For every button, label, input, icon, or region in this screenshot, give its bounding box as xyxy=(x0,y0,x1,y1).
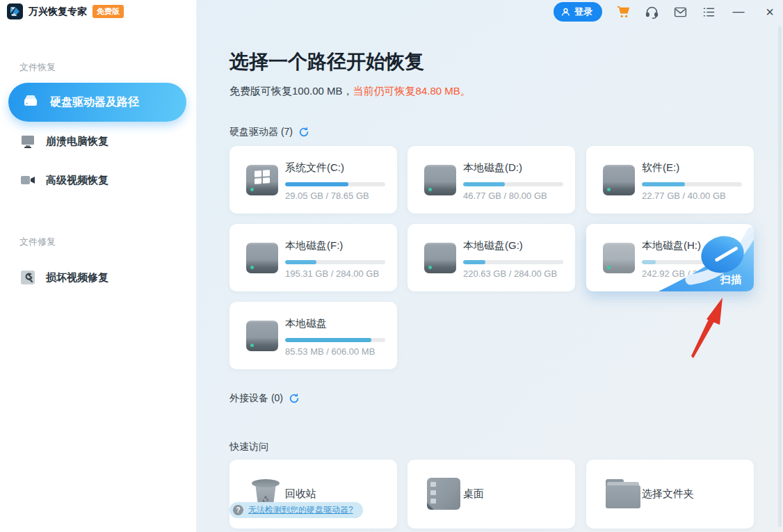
sidebar-item-crashed-pc[interactable]: 崩溃电脑恢复 xyxy=(19,133,108,150)
hard-drives-section-header: 硬盘驱动器 (7) xyxy=(229,126,309,138)
hard-disk-icon xyxy=(246,243,278,273)
red-arrow-annotation xyxy=(684,289,739,362)
sidebar-item-label: 崩溃电脑恢复 xyxy=(46,135,108,148)
hard-disk-icon xyxy=(246,321,278,351)
video-camera-icon xyxy=(19,172,36,188)
drive-card-h[interactable]: 本地磁盘(H:) 242.92 GB / 28 xyxy=(586,224,754,291)
quick-access-section-header: 快速访问 xyxy=(229,441,268,453)
scan-button[interactable]: 扫描 xyxy=(720,273,741,287)
app-title: 万兴恢复专家 xyxy=(29,6,87,18)
quota-total-text: 免费版可恢复100.00 MB， xyxy=(229,85,353,97)
drive-name: 软件(E:) xyxy=(642,161,679,175)
refresh-icon[interactable] xyxy=(289,393,300,404)
monitor-icon xyxy=(19,133,36,150)
question-icon: ? xyxy=(233,505,243,515)
quick-access-select-folder[interactable]: 选择文件夹 xyxy=(586,460,754,529)
scrollbar[interactable] xyxy=(778,26,782,527)
main-content: 选择一个路径开始恢复 免费版可恢复100.00 MB，当前仍可恢复84.80 M… xyxy=(197,0,783,532)
capacity-text: 22.77 GB / 40.00 GB xyxy=(642,191,726,201)
sidebar-section-file-recovery: 文件恢复 xyxy=(19,61,56,74)
capacity-text: 195.31 GB / 284.00 GB xyxy=(285,268,379,279)
drive-card-e[interactable]: 软件(E:) 22.77 GB / 40.00 GB xyxy=(586,146,754,213)
quick-access-recycle-bin[interactable]: 回收站 xyxy=(229,460,397,529)
app-logo-icon xyxy=(7,3,23,19)
free-version-badge: 免费版 xyxy=(92,5,124,18)
drive-card-g[interactable]: 本地磁盘(G:) 220.63 GB / 284.00 GB xyxy=(407,224,575,291)
drive-name: 本地磁盘(D:) xyxy=(463,161,522,175)
capacity-text: 85.53 MB / 606.00 MB xyxy=(285,346,375,357)
refresh-icon[interactable] xyxy=(298,127,309,138)
drive-name: 本地磁盘 xyxy=(285,317,327,330)
sidebar-item-video-repair[interactable]: 损坏视频修复 xyxy=(19,269,108,286)
drive-card-c[interactable]: 系统文件(C:) 29.05 GB / 78.65 GB xyxy=(229,146,397,213)
capacity-text: 29.05 GB / 78.65 GB xyxy=(285,191,369,201)
capacity-text: 46.77 GB / 80.00 GB xyxy=(463,191,547,201)
drive-name: 本地磁盘(F:) xyxy=(285,239,343,252)
app-logo-row: 万兴恢复专家 免费版 xyxy=(7,3,124,19)
drive-card-local[interactable]: 本地磁盘 85.53 MB / 606.00 MB xyxy=(229,302,397,369)
drive-name: 本地磁盘(G:) xyxy=(463,239,523,252)
capacity-bar xyxy=(285,182,385,186)
drive-card-d[interactable]: 本地磁盘(D:) 46.77 GB / 80.00 GB xyxy=(407,146,575,213)
capacity-text: 220.63 GB / 284.00 GB xyxy=(463,268,557,279)
capacity-bar xyxy=(285,338,385,342)
hard-disk-icon xyxy=(246,165,278,195)
capacity-bar xyxy=(642,182,742,186)
cant-detect-drive-link[interactable]: 无法检测到您的硬盘驱动器? xyxy=(248,504,353,516)
sidebar-item-advanced-video[interactable]: 高级视频恢复 xyxy=(19,172,108,188)
quick-access-label: 回收站 xyxy=(285,487,316,501)
help-tooltip: ? 无法检测到您的硬盘驱动器? xyxy=(229,502,363,518)
sidebar-item-label: 硬盘驱动器及路径 xyxy=(50,95,139,110)
windows-logo-icon xyxy=(255,170,270,184)
page-title: 选择一个路径开始恢复 xyxy=(229,49,424,75)
wrench-icon xyxy=(19,269,36,286)
quick-access-label: 选择文件夹 xyxy=(642,487,694,501)
sidebar-item-label: 损坏视频修复 xyxy=(46,271,108,284)
hard-disk-icon xyxy=(424,165,456,195)
folder-icon xyxy=(606,479,640,508)
quick-access-label: 桌面 xyxy=(463,487,484,501)
sidebar-item-label: 高级视频恢复 xyxy=(46,174,108,187)
desktop-icon xyxy=(427,478,460,510)
page-subtitle: 免费版可恢复100.00 MB，当前仍可恢复84.80 MB。 xyxy=(229,85,471,98)
external-devices-section-header: 外接设备 (0) xyxy=(229,392,300,405)
capacity-bar xyxy=(285,260,385,264)
capacity-bar xyxy=(463,182,563,186)
drive-name: 系统文件(C:) xyxy=(285,161,344,175)
drive-icon xyxy=(22,92,39,112)
capacity-bar xyxy=(463,260,563,264)
sidebar-section-file-repair: 文件修复 xyxy=(19,236,56,248)
hard-disk-icon xyxy=(603,165,635,195)
quick-access-desktop[interactable]: 桌面 xyxy=(407,460,575,529)
quota-remaining-text: 当前仍可恢复84.80 MB。 xyxy=(353,85,471,97)
sidebar: 万兴恢复专家 免费版 文件恢复 硬盘驱动器及路径 崩溃电脑恢复 高级视频恢复 文… xyxy=(0,0,197,532)
app-window: 万兴恢复专家 免费版 文件恢复 硬盘驱动器及路径 崩溃电脑恢复 高级视频恢复 文… xyxy=(0,0,783,532)
sidebar-item-hard-drives[interactable]: 硬盘驱动器及路径 xyxy=(8,83,186,122)
drive-card-f[interactable]: 本地磁盘(F:) 195.31 GB / 284.00 GB xyxy=(229,224,397,291)
hard-disk-icon xyxy=(424,243,456,273)
